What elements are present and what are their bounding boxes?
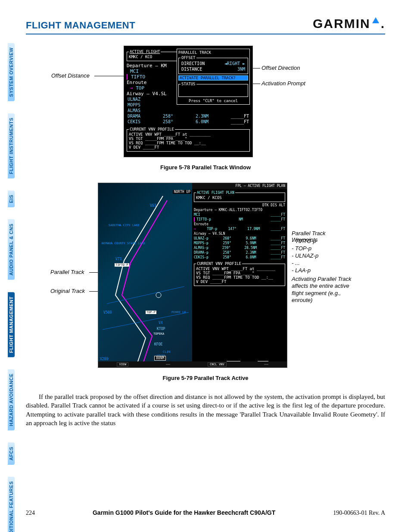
vnv-profile-box: CURRENT VNV PROFILE ACTIVE VNV WPT _____…: [127, 127, 250, 152]
figure-5-78-wrap: Offset Distance Offset Direction Activat…: [68, 46, 343, 171]
mfd-screenshot: GS 184KT DTK 147° TRK 146° ETE 05:51 FPL…: [98, 183, 287, 368]
pt-offset-legend: OFFSET: [181, 56, 196, 60]
pt-status-legend: STATUS: [181, 82, 196, 86]
mfd-map: NORTH UP V61 SABETHA CITY LAKE NEMAHA CO…: [98, 183, 192, 367]
page-header: FLIGHT MANAGEMENT GARMIN.: [26, 16, 385, 34]
tab-audio-panel-cns[interactable]: AUDIO PANEL & CNS: [8, 219, 15, 280]
tab-hazard-avoidance[interactable]: HAZARD AVOIDANCE: [8, 369, 15, 430]
annot-offset-direction: Offset Direction: [262, 65, 300, 71]
tab-additional-features[interactable]: ADDITIONAL FEATURES: [8, 477, 15, 532]
pt-direction-value[interactable]: ◄RIGHT ►: [224, 61, 245, 66]
annot-original-track: Original Track: [50, 288, 85, 294]
tab-flight-management[interactable]: FLIGHT MANAGEMENT: [8, 292, 15, 357]
brand-dot: .: [381, 16, 385, 31]
vnv-line-1: VS TGT _____FPM FPA ____°: [129, 137, 248, 141]
map-lines-icon: [98, 183, 192, 367]
mfd-softkeys: VIEW CNCL VNV: [98, 361, 287, 367]
brand-text: GARMIN: [313, 16, 371, 31]
figure-5-79-wrap: Parallel Track Original Track Parallel T…: [68, 183, 343, 381]
pt-distance-label: DISTANCE: [181, 67, 202, 72]
side-tabs: SYSTEM OVERVIEW FLIGHT INSTRUMENTS EIS A…: [8, 43, 22, 532]
active-flight-legend: ACTIVE FLIGHT: [129, 50, 161, 54]
footer-title: Garmin G1000 Pilot's Guide for the Hawke…: [93, 509, 275, 516]
annot-offset-distance: Offset Distance: [51, 72, 90, 79]
vnv-legend: CURRENT VNV PROFILE: [129, 127, 175, 131]
tab-afcs[interactable]: AFCS: [8, 442, 15, 465]
annot-activation-prompt: Activation Prompt: [262, 80, 305, 87]
parallel-track-popup: PARALLEL TRACK OFFSET DIRECTION◄RIGHT ► …: [177, 49, 250, 105]
pt-distance-value[interactable]: 3NM: [237, 67, 245, 72]
page-number: 224: [26, 510, 35, 516]
annot-parallel-track: Parallel Track: [50, 269, 84, 275]
pt-cancel-hint: Press "CLR" to cancel: [178, 99, 248, 103]
svg-point-0: [156, 292, 161, 298]
tab-system-overview[interactable]: SYSTEM OVERVIEW: [8, 43, 15, 101]
tab-eis[interactable]: EIS: [8, 190, 15, 207]
pt-direction-label: DIRECTION: [181, 61, 205, 66]
pt-legend: PARALLEL TRACK: [178, 50, 248, 55]
mfd-flight-plan-panel: ACTIVE FLIGHT PLAN KMKC / KCOS DTK DIS A…: [192, 189, 287, 368]
footer-revision: 190-00663-01 Rev. A: [333, 510, 385, 516]
softkey-view[interactable]: VIEW: [117, 362, 128, 367]
softkey-cncl-vnv[interactable]: CNCL VNV: [208, 362, 227, 367]
map-north-up: NORTH UP: [173, 190, 191, 194]
pt-activate-prompt[interactable]: ACTIVATE PARALLEL TRACK?: [178, 75, 248, 81]
annot-pt-note: Activating Parallel Track affects the en…: [292, 276, 361, 304]
vnv-line-3: V DEV _____FT: [129, 145, 248, 149]
brand-triangle-icon: [372, 17, 379, 23]
tab-flight-instruments[interactable]: FLIGHT INSTRUMENTS: [8, 113, 15, 178]
parallel-track-window: ACTIVE FLIGHT KMKC / KCO PARALLEL TRACK …: [124, 46, 253, 157]
annot-pt-waypoints-list: - TIFTO-p - TOP-p - ULNAZ-p - ... - LAA-…: [292, 238, 318, 274]
map-range-label: 80NM: [154, 356, 166, 361]
vnv-line-2: VS REQ _____FPM TIME TO TOD __:__: [129, 141, 248, 145]
figure-5-78-caption: Figure 5-78 Parallel Track Window: [68, 164, 343, 171]
vnv-line-0: ACTIVE VNV WPT _____FT at _________: [129, 132, 248, 137]
brand-logo: GARMIN.: [313, 16, 385, 31]
page-title: FLIGHT MANAGEMENT: [26, 20, 135, 31]
figure-5-79-caption: Figure 5-79 Parallel Track Active: [68, 375, 343, 381]
page-footer: 224 Garmin G1000 Pilot's Guide for the H…: [26, 509, 385, 516]
fpl-rows: MCI_____FT TIFTO-pNM_____FT Enroute → TO…: [194, 212, 285, 260]
content-area: Offset Distance Offset Direction Activat…: [26, 41, 385, 427]
body-paragraph: If the parallel track proposed by the of…: [26, 392, 385, 427]
